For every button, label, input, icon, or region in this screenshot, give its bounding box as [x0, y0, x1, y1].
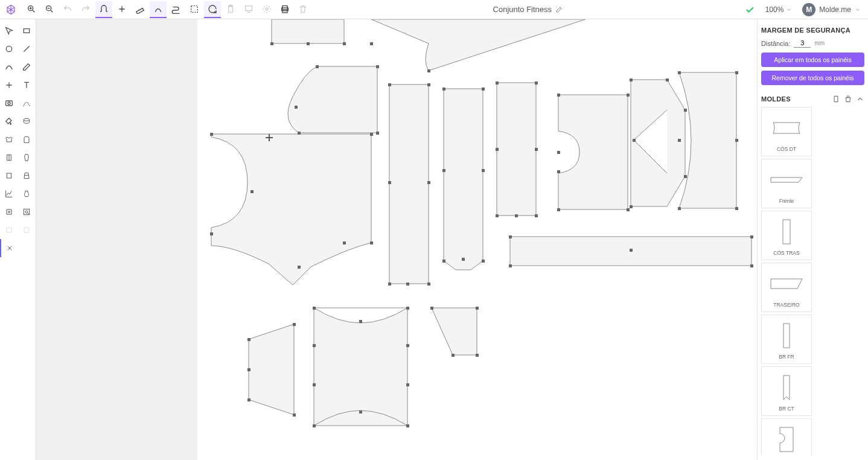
edge-button[interactable]: [150, 1, 167, 18]
svg-rect-90: [406, 424, 409, 427]
ruler-button[interactable]: [132, 1, 148, 18]
svg-rect-88: [406, 307, 409, 310]
svg-rect-76: [735, 139, 738, 142]
svg-rect-62: [627, 208, 630, 211]
garment-tool-1[interactable]: [0, 130, 18, 149]
select-area-button[interactable]: [186, 1, 203, 18]
ai-button[interactable]: [258, 1, 275, 18]
special-tool[interactable]: [0, 239, 18, 257]
document-title[interactable]: Conjunto Fitness: [493, 5, 563, 14]
svg-point-7: [266, 8, 268, 10]
ellipse-tool[interactable]: [0, 40, 18, 58]
svg-rect-29: [298, 132, 301, 135]
text-tool[interactable]: [18, 76, 36, 94]
garment-tool-3[interactable]: [0, 149, 18, 167]
empty-tool-2: [18, 221, 36, 239]
delete-button[interactable]: [295, 1, 311, 18]
print-button[interactable]: [276, 1, 293, 18]
zoom-select[interactable]: 100%: [761, 4, 797, 16]
svg-rect-81: [630, 249, 633, 252]
avatar: M: [802, 3, 815, 16]
svg-rect-95: [359, 320, 362, 323]
fill-tool[interactable]: [0, 112, 18, 130]
svg-rect-70: [633, 139, 636, 142]
canvas[interactable]: [36, 19, 757, 460]
add-point-button[interactable]: [113, 1, 130, 18]
pencil-tool[interactable]: [18, 58, 36, 76]
molde-card[interactable]: Frente: [761, 159, 812, 208]
garment-tool-5[interactable]: [0, 167, 18, 185]
distance-input[interactable]: [794, 39, 811, 48]
remove-all-button[interactable]: Remover de todos os painéis: [761, 71, 864, 85]
redo-button[interactable]: [77, 1, 94, 18]
molde-card[interactable]: TRASEIRO: [761, 263, 812, 312]
garment-tool-4[interactable]: [18, 149, 36, 167]
refresh-button[interactable]: [204, 1, 221, 18]
piece-tool-1[interactable]: [18, 112, 36, 130]
select-tool[interactable]: [0, 22, 18, 40]
svg-rect-59: [557, 94, 560, 97]
garment-tool-6[interactable]: [18, 167, 36, 185]
zoom-out-button[interactable]: [41, 1, 58, 18]
molde-card[interactable]: CÓS TRAS: [761, 211, 812, 260]
user-menu[interactable]: M Molde.me: [802, 3, 861, 16]
svg-rect-32: [370, 133, 373, 136]
svg-rect-37: [343, 241, 346, 244]
svg-rect-21: [270, 42, 273, 45]
snap-button[interactable]: [95, 1, 112, 18]
svg-rect-93: [313, 383, 316, 386]
chevron-down-icon: [855, 7, 861, 13]
inspect-tool[interactable]: [18, 203, 36, 221]
edit-icon: [555, 6, 563, 13]
svg-rect-79: [509, 264, 512, 267]
svg-rect-38: [388, 83, 391, 86]
svg-point-14: [24, 118, 30, 121]
zoom-in-button[interactable]: [23, 1, 40, 18]
zoom-value: 100%: [765, 5, 784, 14]
svg-rect-43: [427, 283, 430, 286]
svg-rect-40: [388, 181, 391, 184]
svg-rect-87: [313, 307, 316, 310]
svg-rect-60: [627, 94, 630, 97]
svg-rect-77: [509, 235, 512, 238]
empty-tool-3: [18, 239, 36, 257]
svg-rect-52: [496, 81, 499, 85]
svg-rect-72: [735, 71, 738, 74]
graph-tool[interactable]: [0, 185, 18, 203]
section-title-moldes: MOLDES: [761, 95, 828, 103]
distance-unit: mm: [814, 40, 825, 46]
molde-card[interactable]: BR CT: [761, 366, 812, 416]
moldes-bag-icon[interactable]: [844, 95, 852, 103]
document-title-text: Conjunto Fitness: [493, 5, 552, 14]
saved-check-icon: [744, 4, 755, 15]
clipboard-button[interactable]: [222, 1, 239, 18]
apply-all-button[interactable]: Aplicar em todos os painéis: [761, 53, 864, 67]
svg-rect-96: [359, 410, 362, 414]
svg-rect-71: [678, 71, 681, 74]
moldes-clipboard-icon[interactable]: [832, 95, 840, 103]
left-toolbar: [0, 19, 36, 460]
svg-rect-102: [783, 220, 790, 244]
line-tool[interactable]: [18, 40, 36, 58]
undo-button[interactable]: [59, 1, 76, 18]
svg-rect-98: [476, 307, 479, 310]
path-button[interactable]: [168, 1, 185, 18]
molde-card[interactable]: BR FR: [761, 315, 812, 364]
export-button[interactable]: [240, 1, 257, 18]
svg-rect-86: [247, 368, 251, 371]
moldes-collapse-icon[interactable]: [856, 95, 864, 103]
molde-card[interactable]: CÓS DT: [761, 107, 812, 156]
curve-tool[interactable]: [0, 58, 18, 76]
garment-tool-8[interactable]: [0, 203, 18, 221]
svg-rect-34: [210, 232, 213, 235]
add-tool[interactable]: [0, 76, 18, 94]
rectangle-tool[interactable]: [18, 22, 36, 40]
svg-rect-66: [666, 78, 669, 81]
svg-rect-101: [834, 96, 838, 101]
garment-tool-2[interactable]: [18, 130, 36, 149]
svg-rect-75: [678, 139, 681, 142]
garment-tool-7[interactable]: [18, 185, 36, 203]
image-tool[interactable]: [0, 94, 18, 112]
molde-card[interactable]: COSTAS: [761, 418, 812, 455]
vector-tool[interactable]: [18, 94, 36, 112]
